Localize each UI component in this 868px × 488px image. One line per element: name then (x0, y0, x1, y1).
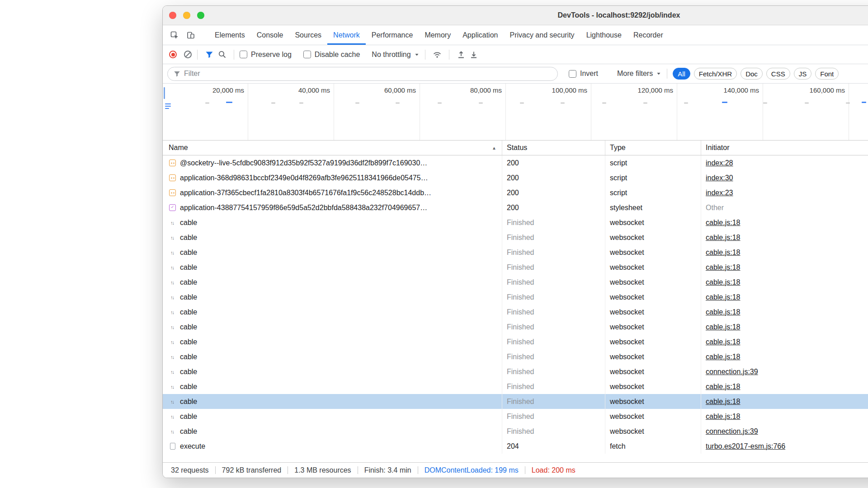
request-initiator-link[interactable]: cable.js:18 (706, 398, 741, 406)
request-initiator-link[interactable]: cable.js:18 (706, 353, 741, 361)
export-har-button[interactable] (467, 49, 480, 61)
websocket-icon (169, 219, 176, 226)
request-name: cable (180, 338, 197, 346)
request-initiator-link[interactable]: cable.js:18 (706, 413, 741, 421)
request-initiator: Other (706, 204, 724, 212)
request-name-cell: @socketry--live-5cfdbc9083f912d35b92f532… (163, 155, 502, 170)
import-har-button[interactable] (455, 49, 467, 61)
network-request-row[interactable]: cableFinishedwebsocketcable.js:18 (163, 260, 868, 275)
tab-performance[interactable]: Performance (366, 25, 419, 45)
throttling-select[interactable]: No throttling (372, 51, 419, 59)
network-request-row[interactable]: cableFinishedwebsocketcable.js:18 (163, 409, 868, 424)
network-request-row[interactable]: cableFinishedwebsocketcable.js:18 (163, 275, 868, 290)
network-request-row[interactable]: cableFinishedwebsocketcable.js:18 (163, 230, 868, 245)
request-initiator-link[interactable]: turbo.es2017-esm.js:766 (706, 442, 785, 450)
network-request-row[interactable]: cableFinishedwebsocketcable.js:18 (163, 319, 868, 334)
close-button[interactable] (169, 12, 176, 19)
network-request-row[interactable]: cableFinishedwebsocketcable.js:18 (163, 305, 868, 319)
filter-input[interactable] (184, 70, 552, 78)
request-initiator-link[interactable]: cable.js:18 (706, 338, 741, 346)
request-initiator-link[interactable]: cable.js:18 (706, 278, 741, 286)
zoom-button[interactable] (197, 12, 204, 19)
clear-network-log-button[interactable] (184, 51, 192, 58)
request-initiator-link[interactable]: cable.js:18 (706, 219, 741, 227)
request-name: execute (180, 442, 205, 450)
preserve-log-checkbox[interactable]: Preserve log (240, 51, 292, 59)
timeline-activity-mark (271, 103, 275, 103)
tab-elements[interactable]: Elements (209, 25, 251, 45)
more-filters-button[interactable]: More filters (617, 70, 661, 78)
tab-console[interactable]: Console (251, 25, 289, 45)
filter-pill-js[interactable]: JS (794, 68, 812, 80)
filter-pill-css[interactable]: CSS (766, 68, 790, 80)
timeline-activity-mark (438, 103, 442, 103)
window-titlebar[interactable]: DevTools - localhost:9292/job/index (163, 6, 868, 25)
filter-pill-font[interactable]: Font (815, 68, 839, 80)
request-initiator-link[interactable]: connection.js:39 (706, 368, 758, 376)
column-header-status[interactable]: Status (502, 141, 605, 155)
network-request-row[interactable]: cableFinishedwebsocketconnection.js:39 (163, 364, 868, 379)
network-request-row[interactable]: cableFinishedwebsocketcable.js:18 (163, 215, 868, 230)
minimize-button[interactable] (183, 12, 190, 19)
network-request-row[interactable]: cableFinishedwebsocketcable.js:18 (163, 334, 868, 349)
upload-icon (457, 50, 466, 59)
network-request-row[interactable]: application-43887754157959f86e59d5a52d2b… (163, 200, 868, 215)
network-request-row[interactable]: cableFinishedwebsocketcable.js:18 (163, 394, 868, 409)
network-conditions-button[interactable] (431, 49, 443, 61)
request-initiator-link[interactable]: cable.js:18 (706, 249, 741, 257)
network-request-row[interactable]: cableFinishedwebsocketcable.js:18 (163, 290, 868, 305)
request-initiator-cell: cable.js:18 (701, 349, 868, 364)
websocket-icon (169, 293, 176, 301)
filter-pill-all[interactable]: All (673, 68, 690, 80)
websocket-icon (169, 413, 176, 420)
record-network-log-button[interactable] (169, 51, 177, 58)
network-request-row[interactable]: cableFinishedwebsocketcable.js:18 (163, 245, 868, 260)
request-initiator-link[interactable]: cable.js:18 (706, 383, 741, 391)
checkbox-icon[interactable] (569, 70, 576, 78)
request-initiator-link[interactable]: cable.js:18 (706, 308, 741, 316)
request-initiator-link[interactable]: cable.js:18 (706, 323, 741, 331)
request-status-cell: Finished (502, 379, 605, 394)
timeline-tick-label: 80,000 ms (434, 86, 502, 94)
network-request-row[interactable]: execute204fetchturbo.es2017-esm.js:766 (163, 439, 868, 454)
request-initiator-cell: connection.js:39 (701, 364, 868, 379)
request-initiator-link[interactable]: index:23 (706, 189, 733, 197)
timeline-overview[interactable]: 20,000 ms40,000 ms60,000 ms80,000 ms100,… (163, 84, 868, 141)
request-initiator-link[interactable]: connection.js:39 (706, 427, 758, 436)
request-initiator-link[interactable]: index:28 (706, 159, 733, 167)
network-request-row[interactable]: @socketry--live-5cfdbc9083f912d35b92f532… (163, 155, 868, 170)
network-request-row[interactable]: cableFinishedwebsocketcable.js:18 (163, 379, 868, 394)
disable-cache-checkbox[interactable]: Disable cache (303, 51, 360, 59)
request-initiator-link[interactable]: cable.js:18 (706, 263, 741, 272)
request-initiator-cell: cable.js:18 (701, 260, 868, 275)
tab-lighthouse[interactable]: Lighthouse (580, 25, 627, 45)
network-request-row[interactable]: cableFinishedwebsocketcable.js:18 (163, 349, 868, 364)
tab-network[interactable]: Network (327, 25, 366, 45)
tab-privacy-and-security[interactable]: Privacy and security (504, 25, 580, 45)
filter-pill-doc[interactable]: Doc (741, 68, 763, 80)
column-header-type[interactable]: Type (605, 141, 701, 155)
tab-memory[interactable]: Memory (419, 25, 457, 45)
column-header-name[interactable]: Name▲ (163, 141, 502, 155)
inspect-element-button[interactable] (168, 29, 181, 42)
filter-pill-fetch-xhr[interactable]: Fetch/XHR (694, 68, 737, 80)
tab-recorder[interactable]: Recorder (627, 25, 669, 45)
toolbar-divider (234, 50, 234, 60)
toggle-device-toolbar-button[interactable] (184, 29, 197, 42)
network-request-row[interactable]: cableFinishedwebsocketconnection.js:39 (163, 424, 868, 439)
request-initiator-link[interactable]: index:30 (706, 174, 733, 182)
column-header-initiator[interactable]: Initiator (701, 141, 868, 155)
request-initiator-link[interactable]: cable.js:18 (706, 293, 741, 301)
filter-toggle-button[interactable] (203, 49, 216, 61)
tab-sources[interactable]: Sources (289, 25, 327, 45)
request-initiator-link[interactable]: cable.js:18 (706, 234, 741, 242)
tab-application[interactable]: Application (457, 25, 504, 45)
sort-ascending-icon: ▲ (492, 145, 496, 150)
network-request-row[interactable]: application-368d98631bccbf2349e0d4f8269a… (163, 170, 868, 185)
checkbox-icon[interactable] (240, 51, 247, 58)
invert-checkbox[interactable]: Invert (569, 70, 598, 78)
checkbox-icon[interactable] (303, 51, 311, 58)
network-request-row[interactable]: application-37f365cbecf1fa2810a8303f4b65… (163, 185, 868, 200)
timeline-gridline (248, 84, 248, 140)
search-button[interactable] (216, 49, 228, 61)
